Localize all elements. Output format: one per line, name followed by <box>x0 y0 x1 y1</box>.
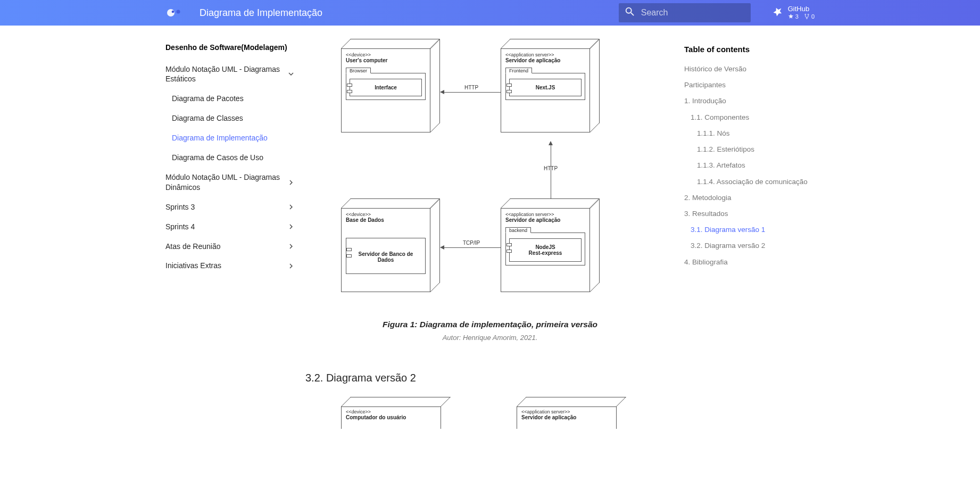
toc-link[interactable]: 3.2. Diagrama versão 2 <box>684 238 815 254</box>
toc-link[interactable]: 1. Introdução <box>684 93 815 109</box>
toc-link[interactable]: 3.1. Diagrama versão 1 <box>684 222 815 238</box>
sidebar-item[interactable]: Diagrama de Casos de Uso <box>165 148 296 168</box>
toc-link[interactable]: 1.1. Componentes <box>684 110 815 126</box>
sidebar-nav: Desenho de Software(Modelagem) Módulo No… <box>165 38 296 429</box>
sidebar-item[interactable]: Diagrama de Implementação <box>165 128 296 148</box>
diagram-figure-1: <<device>> User's computer Browser Inter… <box>305 38 675 342</box>
sidebar-item[interactable]: Diagrama de Classes <box>165 109 296 128</box>
github-forks: 0 <box>811 13 815 20</box>
github-link[interactable]: GitHub 3 0 <box>772 5 815 20</box>
sidebar-group[interactable]: Iniciativas Extras <box>165 256 296 276</box>
toc-link[interactable]: 3. Resultados <box>684 206 815 222</box>
sidebar-group[interactable]: Sprints 3 <box>165 197 296 217</box>
page-title: Diagrama de Implementação <box>200 7 610 19</box>
arrow-label-tcpip: TCP/IP <box>458 240 485 246</box>
figure-1-author: Autor: Henrique Amorim, 2021. <box>306 334 674 342</box>
sidebar-group[interactable]: Módulo Notação UML - Diagramas Estáticos <box>165 60 296 89</box>
figure-1-caption: Figura 1: Diagrama de implementação, pri… <box>306 320 674 329</box>
uml-node-user-computer: <<device>> User's computer Browser Inter… <box>341 39 437 132</box>
page-header: Diagrama de Implementação GitHub 3 0 <box>0 0 980 26</box>
sidebar-item[interactable]: Diagrama de Pacotes <box>165 89 296 109</box>
toc-link[interactable]: 1.1.1. Nós <box>684 126 815 142</box>
svg-point-1 <box>172 11 175 13</box>
toc-link[interactable]: 1.1.4. Associação de comunicação <box>684 174 815 190</box>
github-repo-name: GitHub <box>788 5 815 13</box>
search-box[interactable] <box>619 3 751 22</box>
github-icon <box>772 6 784 20</box>
search-icon <box>624 6 636 20</box>
sidebar-group[interactable]: Módulo Notação UML - Diagramas Dinâmicos <box>165 168 296 197</box>
toc-link[interactable]: Histórico de Versão <box>684 61 815 77</box>
diagram-figure-2: <<device>> Computador do usuário <<appli… <box>325 397 655 429</box>
table-of-contents: Table of contents Histórico de VersãoPar… <box>684 38 815 429</box>
arrow-label-http-1: HTTP <box>458 85 485 90</box>
arrow-label-http-2: HTTP <box>540 165 561 171</box>
uml-node-app-server-backend: <<application server>> Servidor de aplic… <box>501 198 596 292</box>
toc-link[interactable]: 4. Bibliografia <box>684 254 815 270</box>
uml-node-app-server-frontend: <<application server>> Servidor de aplic… <box>501 39 596 132</box>
uml-node-database: <<device>> Base de Dados Servidor de Ban… <box>341 198 437 292</box>
toc-link[interactable]: 1.1.3. Artefatos <box>684 157 815 173</box>
search-input[interactable] <box>641 8 745 18</box>
toc-link[interactable]: Participantes <box>684 77 815 93</box>
main-content: <<device>> User's computer Browser Inter… <box>305 38 675 429</box>
sidebar-section-title: Desenho de Software(Modelagem) <box>165 43 296 60</box>
svg-point-2 <box>177 10 180 14</box>
sidebar-group[interactable]: Atas de Reunião <box>165 237 296 256</box>
section-heading-3-2: 3.2. Diagrama versão 2 <box>305 372 675 384</box>
logo-icon <box>165 6 185 19</box>
star-icon <box>788 13 794 20</box>
github-stars: 3 <box>795 13 799 20</box>
toc-link[interactable]: 2. Metodologia <box>684 190 815 206</box>
toc-title: Table of contents <box>684 45 815 54</box>
sidebar-group[interactable]: Sprints 4 <box>165 217 296 237</box>
fork-icon <box>804 13 810 20</box>
toc-link[interactable]: 1.1.2. Esteriótipos <box>684 142 815 157</box>
